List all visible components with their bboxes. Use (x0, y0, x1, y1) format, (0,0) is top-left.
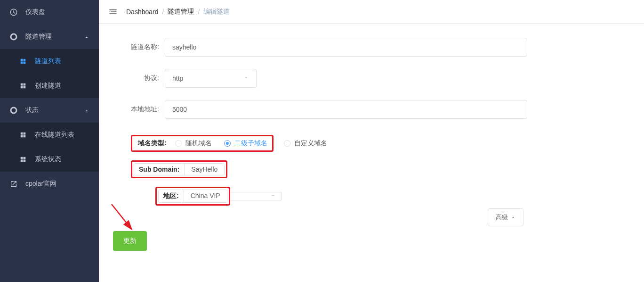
radio-label: 自定义域名 (294, 139, 327, 148)
chevron-up-icon (84, 33, 89, 41)
advanced-button[interactable]: 高级 (488, 208, 523, 226)
region-label: 地区: (158, 190, 184, 203)
breadcrumb-current: 编辑隧道 (203, 8, 230, 16)
breadcrumb-separator: / (162, 8, 164, 16)
radio-label: 随机域名 (185, 139, 212, 148)
sidebar-item-create-tunnel[interactable]: 创建隧道 (0, 74, 99, 98)
breadcrumb-link-tunnel-manage[interactable]: 隧道管理 (168, 8, 194, 16)
form-row-tunnel-name: 隧道名称: (113, 38, 630, 57)
form-row-subdomain: Sub Domain: SayHello (113, 160, 630, 178)
annotation-arrow (109, 202, 137, 235)
sidebar-item-label: 隧道列表 (35, 57, 61, 66)
protocol-label: 协议: (113, 74, 165, 83)
region-select[interactable] (230, 192, 282, 200)
grid-icon (19, 131, 27, 139)
svg-line-0 (112, 204, 130, 228)
status-icon (9, 106, 18, 115)
form-row-region: 地区: China VIP (113, 187, 630, 206)
sidebar-item-status[interactable]: 状态 (0, 98, 99, 123)
radio-random-domain[interactable]: 随机域名 (175, 139, 212, 148)
form-row-domain-type: 域名类型: 随机域名 二级子域名 自定义域名 (113, 135, 630, 152)
header: Dashboard / 隧道管理 / 编辑隧道 (99, 0, 644, 24)
region-value: China VIP (184, 190, 227, 203)
highlight-region: 地区: China VIP (155, 187, 230, 206)
chevron-up-icon (84, 107, 89, 114)
domain-type-radio-group: 随机域名 二级子域名 (175, 139, 267, 148)
local-addr-input[interactable] (165, 100, 527, 119)
subdomain-input[interactable]: SayHello (185, 164, 224, 175)
breadcrumb: Dashboard / 隧道管理 / 编辑隧道 (126, 8, 230, 16)
sidebar: 仪表盘 隧道管理 隧道列表 创建隧道 状态 (0, 0, 99, 282)
tunnel-name-label: 隧道名称: (113, 43, 165, 51)
chevron-down-icon (270, 192, 276, 200)
subdomain-label: Sub Domain: (134, 164, 185, 175)
radio-circle-icon (284, 140, 290, 147)
radio-custom-domain[interactable]: 自定义域名 (284, 139, 327, 148)
protocol-select[interactable]: http (165, 69, 257, 88)
radio-label: 二级子域名 (234, 139, 267, 148)
sidebar-item-label: 系统状态 (35, 155, 61, 164)
grid-icon (19, 155, 27, 164)
breadcrumb-separator: / (198, 8, 200, 16)
highlight-domain-type: 域名类型: 随机域名 二级子域名 (131, 135, 274, 152)
grid-icon (19, 57, 27, 66)
sidebar-item-label: cpolar官网 (25, 180, 56, 188)
advanced-label: 高级 (496, 213, 508, 222)
main-content: Dashboard / 隧道管理 / 编辑隧道 隧道名称: 协议: http (99, 0, 644, 282)
form-row-local-addr: 本地地址: (113, 100, 630, 119)
sidebar-item-tunnel-manage[interactable]: 隧道管理 (0, 25, 99, 49)
sidebar-item-label: 仪表盘 (25, 8, 45, 17)
sidebar-item-system-status[interactable]: 系统状态 (0, 147, 99, 172)
caret-down-icon (511, 214, 515, 221)
local-addr-label: 本地地址: (113, 105, 165, 114)
update-button[interactable]: 更新 (113, 231, 147, 251)
sidebar-item-tunnel-list[interactable]: 隧道列表 (0, 49, 99, 74)
sidebar-item-online-tunnels[interactable]: 在线隧道列表 (0, 123, 99, 147)
grid-icon (19, 82, 27, 90)
form-row-protocol: 协议: http (113, 69, 630, 88)
sidebar-item-label: 状态 (25, 106, 39, 115)
protocol-value: http (172, 75, 183, 82)
radio-circle-icon (224, 140, 231, 147)
sidebar-item-label: 在线隧道列表 (35, 131, 74, 139)
sidebar-item-dashboard[interactable]: 仪表盘 (0, 0, 99, 25)
form-content: 隧道名称: 协议: http 本地地址: (99, 24, 644, 282)
sidebar-item-label: 创建隧道 (35, 82, 61, 90)
sidebar-item-label: 隧道管理 (25, 33, 52, 41)
external-link-icon (9, 180, 18, 188)
radio-circle-icon (175, 140, 182, 147)
dashboard-icon (9, 8, 18, 17)
subdomain-group: Sub Domain: SayHello (134, 163, 225, 175)
sidebar-item-cpolar-site[interactable]: cpolar官网 (0, 172, 99, 196)
breadcrumb-link-dashboard[interactable]: Dashboard (126, 8, 159, 16)
sidebar-toggle-button[interactable] (108, 7, 118, 17)
chevron-down-icon (243, 75, 249, 82)
tunnel-name-input[interactable] (165, 38, 527, 57)
domain-type-label: 域名类型: (138, 139, 175, 148)
highlight-subdomain: Sub Domain: SayHello (131, 160, 227, 178)
tunnel-icon (9, 33, 18, 41)
radio-subdomain[interactable]: 二级子域名 (224, 139, 267, 148)
